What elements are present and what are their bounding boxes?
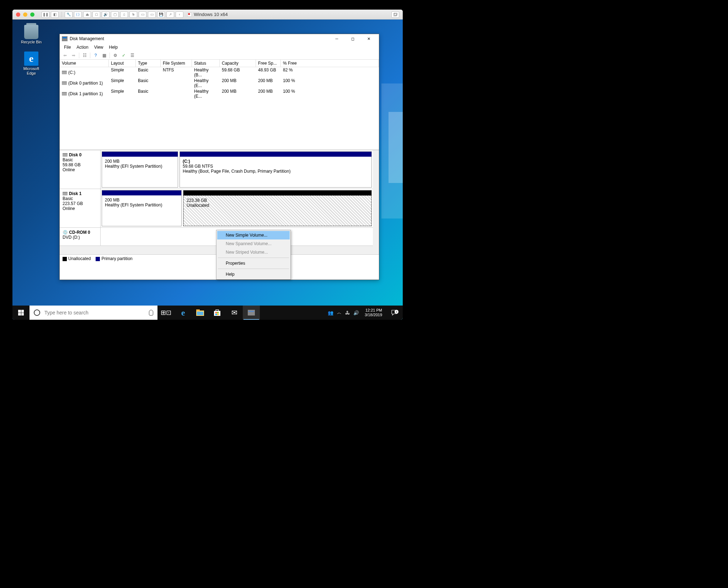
windows-logo-icon	[18, 310, 24, 315]
partition[interactable]: 223.38 GBUnallocated	[183, 190, 372, 226]
col-free[interactable]: Free Sp...	[256, 60, 281, 67]
fullscreen-icon[interactable]: ⟨ ⟩	[74, 11, 82, 18]
volume-icon[interactable]: 🔊	[353, 310, 359, 315]
clock[interactable]: 12:21 PM 3/18/2019	[363, 308, 384, 317]
menu-action[interactable]: Action	[74, 44, 91, 50]
share-icon[interactable]: ↗	[166, 11, 174, 18]
col-volume[interactable]: Volume	[60, 60, 109, 67]
search-input[interactable]	[44, 310, 145, 315]
zoom-icon[interactable]	[30, 12, 34, 17]
edge-taskbar-icon[interactable]: e	[175, 306, 192, 320]
recycle-bin-icon[interactable]: Recycle Bin	[19, 25, 44, 44]
menu-help[interactable]: Help	[106, 44, 121, 50]
context-menu: New Simple Volume... New Spanned Volume.…	[216, 230, 291, 280]
file-explorer-icon[interactable]	[192, 306, 209, 320]
partition[interactable]: 200 MBHealthy (EFI System Partition)	[102, 190, 182, 226]
edge-icon[interactable]: e MicrosoftEdge	[19, 52, 44, 76]
ctx-help[interactable]: Help	[217, 270, 290, 279]
ctx-new-striped-volume: New Striped Volume...	[217, 248, 290, 257]
cortana-icon	[34, 309, 40, 316]
disk-info[interactable]: Disk 1Basic223.57 GBOnline	[60, 189, 101, 227]
volume-row[interactable]: (Disk 1 partition 1) SimpleBasic Healthy…	[60, 88, 379, 99]
action-center-icon[interactable]: 1	[388, 309, 401, 316]
svg-rect-1	[394, 13, 397, 15]
list-icon[interactable]: ☰	[128, 52, 136, 59]
people-icon[interactable]: 👥	[328, 310, 333, 315]
menu-view[interactable]: View	[91, 44, 106, 50]
svg-rect-3	[196, 309, 200, 311]
mail-icon[interactable]: ✉	[226, 306, 243, 320]
ctx-properties[interactable]: Properties	[217, 259, 290, 268]
vm-icon	[187, 12, 192, 17]
mac-traffic-lights	[16, 12, 34, 17]
snapshot-icon[interactable]: ◧	[51, 11, 59, 18]
dm-titlebar[interactable]: Disk Management ─ ◻ ✕	[60, 34, 379, 43]
col-pct[interactable]: % Free	[281, 60, 379, 67]
svg-rect-0	[394, 14, 396, 16]
vm-toolbar: ❚❚ ◧ 🔧 ⟨ ⟩ ⏏ ☖ 🔊 ▢ ♫ 🖱 ▭ ▭ 💾 ↗ ‹	[42, 11, 183, 18]
partition[interactable]: (C:)59.68 GB NTFSHealthy (Boot, Page Fil…	[180, 151, 372, 188]
hd-icon[interactable]: ▭	[139, 11, 146, 18]
volume-row[interactable]: (Disk 0 partition 1) SimpleBasic Healthy…	[60, 78, 379, 88]
search-box[interactable]	[30, 306, 157, 320]
mac-titlebar[interactable]: ❚❚ ◧ 🔧 ⟨ ⟩ ⏏ ☖ 🔊 ▢ ♫ 🖱 ▭ ▭ 💾 ↗ ‹ Windows…	[12, 10, 403, 20]
disk-icon[interactable]: ⏏	[83, 11, 91, 18]
disk-info[interactable]: 💿 CD-ROM 0DVD (D:)	[60, 228, 101, 246]
col-status[interactable]: Status	[192, 60, 220, 67]
menu-file[interactable]: File	[61, 44, 74, 50]
headphone-icon[interactable]: ♫	[120, 11, 128, 18]
close-button[interactable]: ✕	[361, 34, 377, 43]
partition[interactable]: 200 MBHealthy (EFI System Partition)	[102, 151, 178, 188]
refresh-icon[interactable]: ☷	[81, 52, 89, 59]
volume-list[interactable]: Volume Layout Type File System Status Ca…	[60, 60, 379, 150]
ctx-new-spanned-volume: New Spanned Volume...	[217, 239, 290, 248]
svg-rect-7	[217, 312, 219, 313]
restore-icon[interactable]	[391, 11, 399, 18]
col-type[interactable]: Type	[136, 60, 161, 67]
minimize-button[interactable]: ─	[329, 34, 345, 43]
chevron-up-icon[interactable]: ︿	[337, 309, 342, 316]
view-icon[interactable]: ▦	[100, 52, 108, 59]
windows-desktop[interactable]: Recycle Bin e MicrosoftEdge Disk Managem…	[12, 20, 403, 320]
minimize-icon[interactable]	[23, 12, 27, 17]
system-tray: 👥 ︿ 🖧 🔊 12:21 PM 3/18/2019 1	[328, 308, 403, 317]
check-icon[interactable]: ✓	[120, 52, 128, 59]
back-icon[interactable]: ⬅	[61, 52, 69, 59]
mouse-icon[interactable]: 🖱	[129, 11, 137, 18]
col-layout[interactable]: Layout	[109, 60, 136, 67]
chevron-left-icon[interactable]: ‹	[176, 11, 183, 18]
store-icon[interactable]	[209, 306, 226, 320]
user-icon[interactable]: ☖	[92, 11, 100, 18]
vm-title: Windows 10 x64	[187, 12, 228, 17]
settings-icon[interactable]: ⚙	[111, 52, 119, 59]
camera-icon[interactable]: ▢	[111, 11, 119, 18]
floppy-icon[interactable]: 💾	[157, 11, 165, 18]
disk-info[interactable]: Disk 0Basic59.88 GBOnline	[60, 150, 101, 189]
ctx-new-simple-volume[interactable]: New Simple Volume...	[217, 231, 290, 239]
volume-header: Volume Layout Type File System Status Ca…	[60, 60, 379, 67]
disk-row: Disk 1Basic223.57 GBOnline 200 MBHealthy…	[60, 189, 373, 228]
sound-icon[interactable]: 🔊	[102, 11, 109, 18]
svg-rect-8	[215, 314, 217, 315]
mac-window: ❚❚ ◧ 🔧 ⟨ ⟩ ⏏ ☖ 🔊 ▢ ♫ 🖱 ▭ ▭ 💾 ↗ ‹ Windows…	[12, 10, 403, 320]
help-icon[interactable]: ?	[92, 52, 100, 59]
maximize-button[interactable]: ◻	[345, 34, 361, 43]
dm-title: Disk Management	[70, 36, 329, 41]
wrench-icon[interactable]: 🔧	[65, 11, 73, 18]
volume-row[interactable]: (C:) SimpleBasic NTFSHealthy (B... 59.68…	[60, 67, 379, 78]
mic-icon[interactable]	[149, 310, 153, 315]
hd2-icon[interactable]: ▭	[148, 11, 156, 18]
dm-menubar: File Action View Help	[60, 43, 379, 51]
network-icon[interactable]: 🖧	[345, 310, 350, 315]
legend-unallocated-swatch	[63, 257, 67, 261]
start-button[interactable]	[12, 306, 30, 320]
pause-icon[interactable]: ❚❚	[42, 11, 49, 18]
col-fs[interactable]: File System	[161, 60, 192, 67]
forward-icon[interactable]: ➡	[70, 52, 77, 59]
close-icon[interactable]	[16, 12, 20, 17]
col-capacity[interactable]: Capacity	[220, 60, 256, 67]
task-view-icon[interactable]: ⊞⊡	[157, 306, 175, 320]
dm-toolbar: ⬅ ➡ ☷ ? ▦ ⚙ ✓ ☰	[60, 51, 379, 60]
disk-management-taskbar-icon[interactable]	[243, 306, 260, 320]
disk-row: Disk 0Basic59.88 GBOnline 200 MBHealthy …	[60, 150, 373, 189]
